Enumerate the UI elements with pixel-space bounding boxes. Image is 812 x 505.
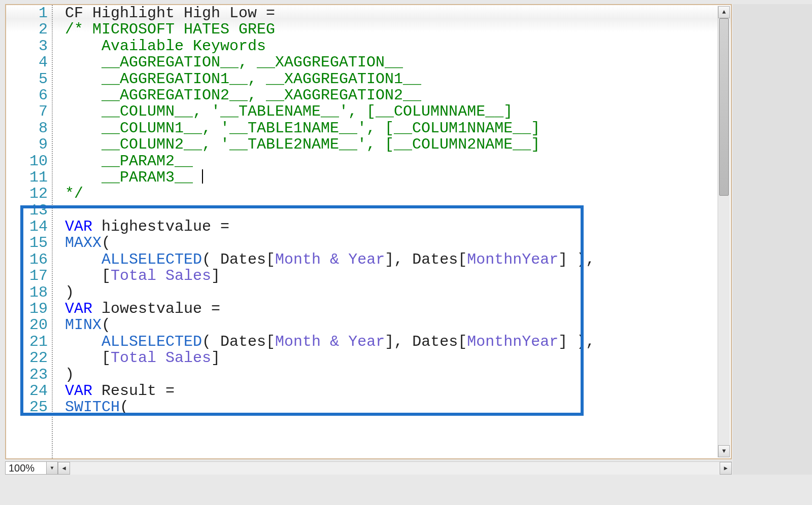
token-pn: [ <box>101 349 111 367</box>
token-pn: ( <box>120 399 129 416</box>
token-id <box>65 333 101 350</box>
code-line[interactable]: __AGGREGATION2__, __XAGGREGATION2__ <box>65 87 731 103</box>
token-id: Dates <box>220 333 266 350</box>
line-number: 16 <box>6 251 48 268</box>
line-number: 10 <box>6 153 48 169</box>
token-pn: ] <box>211 349 220 367</box>
scroll-right-button[interactable]: ▶ <box>720 462 732 475</box>
scroll-left-button[interactable]: ◀ <box>58 462 70 475</box>
token-cm: __COLUMN1__, '__TABLE1NAME__', [__COLUM1… <box>65 120 540 137</box>
vertical-scrollbar[interactable]: ▲ ▼ <box>718 6 730 457</box>
code-line[interactable]: __COLUMN__, '__TABLENAME__', [__COLUMNNA… <box>65 103 731 120</box>
token-pn: [ <box>458 251 467 268</box>
code-container[interactable]: 1234567891011121314151617181920212223242… <box>6 5 731 458</box>
token-pn: = <box>266 5 275 22</box>
token-pn: ] ), <box>558 333 595 350</box>
token-pn: [ <box>266 333 275 350</box>
token-cm: /* MICROSOFT HATES GREG <box>65 21 275 38</box>
token-id <box>65 349 101 367</box>
token-cm: __PARAM3__ <box>65 169 202 186</box>
token-cm: __COLUMN__, '__TABLENAME__', [__COLUMNNA… <box>65 103 513 120</box>
code-line[interactable]: __COLUMN1__, '__TABLE1NAME__', [__COLUM1… <box>65 120 731 136</box>
arrow-up-icon: ▲ <box>722 9 726 16</box>
code-body[interactable]: CF Highlight High Low =/* MICROSOFT HATE… <box>53 5 731 458</box>
token-fn: ALLSELECTED <box>101 333 202 350</box>
code-line[interactable]: ) <box>65 367 731 383</box>
line-number: 4 <box>6 54 48 70</box>
code-line[interactable]: ALLSELECTED( Dates[Month & Year], Dates[… <box>65 334 731 350</box>
token-br: MonthnYear <box>467 251 558 268</box>
line-number: 15 <box>6 235 48 251</box>
token-cm: */ <box>65 185 83 202</box>
code-line[interactable]: SWITCH( <box>65 399 731 415</box>
token-id: Dates <box>412 333 458 350</box>
token-fn: MAXX <box>65 234 101 251</box>
token-pn: ], <box>385 251 412 268</box>
line-number: 25 <box>6 399 48 415</box>
arrow-right-icon: ▶ <box>724 464 727 472</box>
line-number: 24 <box>6 383 48 399</box>
line-number: 12 <box>6 186 48 202</box>
token-id: CF Highlight High Low <box>65 5 266 22</box>
code-line[interactable]: [Total Sales] <box>65 350 731 366</box>
token-pn: ( <box>202 333 220 350</box>
token-pn: = <box>165 382 175 400</box>
scroll-up-button[interactable]: ▲ <box>718 6 730 18</box>
code-line[interactable]: ALLSELECTED( Dates[Month & Year], Dates[… <box>65 251 731 268</box>
code-line[interactable]: ) <box>65 284 731 301</box>
side-panel-area <box>733 4 812 475</box>
code-line[interactable]: */ <box>65 186 731 202</box>
token-id: Result <box>92 382 165 400</box>
vertical-scroll-track[interactable] <box>718 18 730 445</box>
token-br: Total Sales <box>111 349 211 367</box>
token-pn: [ <box>101 267 111 284</box>
line-number: 3 <box>6 38 48 54</box>
code-line[interactable]: CF Highlight High Low = <box>65 5 731 21</box>
code-line[interactable] <box>65 202 731 219</box>
code-line[interactable]: Available Keywords <box>65 38 731 54</box>
token-br: Month & Year <box>275 251 385 268</box>
token-kw: VAR <box>65 382 92 400</box>
token-id <box>65 251 101 268</box>
line-number: 23 <box>6 367 48 383</box>
token-kw: VAR <box>65 300 92 317</box>
line-number: 17 <box>6 268 48 284</box>
horizontal-scrollbar[interactable]: ◀ ▶ <box>58 461 732 475</box>
code-line[interactable]: __PARAM3__ <box>65 169 731 186</box>
token-cm: Available Keywords <box>65 38 266 55</box>
token-pn: ( <box>101 234 111 251</box>
scroll-down-button[interactable]: ▼ <box>718 445 730 457</box>
code-line[interactable]: __AGGREGATION1__, __XAGGREGATION1__ <box>65 71 731 87</box>
token-id: Dates <box>412 251 458 268</box>
line-number: 18 <box>6 284 48 301</box>
line-number: 2 <box>6 21 48 38</box>
token-cm: __PARAM2__ <box>65 153 193 170</box>
code-line[interactable]: [Total Sales] <box>65 268 731 284</box>
token-pn: ( <box>101 316 111 334</box>
token-id: Dates <box>220 251 266 268</box>
code-line[interactable]: __AGGREGATION__, __XAGGREGATION__ <box>65 54 731 70</box>
line-number: 5 <box>6 71 48 87</box>
line-number: 14 <box>6 219 48 235</box>
code-line[interactable]: __COLUMN2__, '__TABLE2NAME__', [__COLUMN… <box>65 136 731 153</box>
code-line[interactable]: VAR highestvalue = <box>65 219 731 235</box>
code-line[interactable]: MINX( <box>65 317 731 333</box>
zoom-dropdown-button[interactable]: ▼ <box>46 462 57 474</box>
code-line[interactable]: VAR Result = <box>65 383 731 399</box>
token-pn: = <box>211 300 220 317</box>
line-number-gutter: 1234567891011121314151617181920212223242… <box>6 5 53 458</box>
token-cm: __AGGREGATION1__, __XAGGREGATION1__ <box>65 70 421 88</box>
token-id: lowestvalue <box>92 300 211 317</box>
vertical-scroll-thumb[interactable] <box>719 18 729 196</box>
token-pn: ) <box>65 366 74 383</box>
line-number: 7 <box>6 103 48 120</box>
line-number: 11 <box>6 169 48 186</box>
token-id: highestvalue <box>92 218 220 235</box>
code-line[interactable]: VAR lowestvalue = <box>65 301 731 317</box>
zoom-control[interactable]: 100% ▼ <box>5 461 58 475</box>
token-id <box>65 267 101 284</box>
line-number: 1 <box>6 5 48 21</box>
code-line[interactable]: __PARAM2__ <box>65 153 731 169</box>
code-line[interactable]: /* MICROSOFT HATES GREG <box>65 21 731 38</box>
code-line[interactable]: MAXX( <box>65 235 731 251</box>
